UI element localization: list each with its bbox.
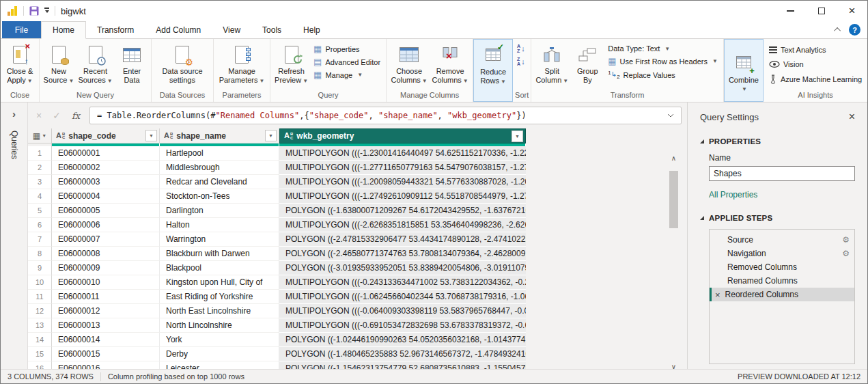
cell-shape-name[interactable]: Blackpool <box>160 261 279 275</box>
cell-shape-code[interactable]: E06000005 <box>52 204 160 218</box>
tab-tools[interactable]: Tools <box>251 21 292 38</box>
cell-wkb-geometry[interactable]: POLYGON ((-1.480465235883 52.96731465673… <box>279 347 526 361</box>
applied-step-reordered-columns[interactable]: ×Reordered Columns <box>710 288 854 301</box>
properties-button[interactable]: ▦Properties <box>313 44 380 53</box>
cell-shape-name[interactable]: Blackburn with Darwen <box>160 247 279 261</box>
cell-shape-name[interactable]: Derby <box>160 347 279 361</box>
cell-wkb-geometry[interactable]: MULTIPOLYGON (((-0.691053472832698 53.67… <box>279 318 526 333</box>
close-panel-icon[interactable]: × <box>849 111 855 123</box>
cell-shape-code[interactable]: E06000008 <box>52 247 160 261</box>
tab-file[interactable]: File <box>2 21 41 38</box>
row-number[interactable]: 13 <box>28 318 52 333</box>
cell-shape-code[interactable]: E06000011 <box>52 290 160 304</box>
choose-columns-button[interactable]: Choose Columns▼ <box>389 40 430 85</box>
cell-shape-code[interactable]: E06000006 <box>52 218 160 232</box>
maximize-button[interactable] <box>806 1 837 21</box>
column-header-shape-code[interactable]: ABC shape_code ▼ <box>52 128 160 143</box>
remove-columns-button[interactable]: × Remove Columns▼ <box>430 40 471 85</box>
applied-step-navigation[interactable]: Navigation⚙ <box>710 247 854 260</box>
data-type-button[interactable]: Data Type: Text▼ <box>608 44 718 53</box>
query-name-input[interactable] <box>709 166 855 181</box>
cell-wkb-geometry[interactable]: MULTIPOLYGON (((-0.064009303398119 53.58… <box>279 304 526 318</box>
cell-shape-code[interactable]: E06000001 <box>52 146 160 161</box>
cell-shape-code[interactable]: E06000015 <box>52 347 160 361</box>
column-header-shape-name[interactable]: ABC shape_name ▼ <box>160 128 279 143</box>
text-analytics-button[interactable]: Text Analytics <box>769 46 862 54</box>
tab-add-column[interactable]: Add Column <box>145 21 212 38</box>
row-number[interactable]: 5 <box>28 204 52 218</box>
cell-shape-code[interactable]: E06000003 <box>52 175 160 189</box>
sort-ascending-button[interactable]: AZ↓ <box>517 44 525 53</box>
window-close-button[interactable]: × <box>837 1 867 21</box>
delete-step-icon[interactable]: × <box>715 290 720 300</box>
help-button[interactable]: ? <box>849 24 860 36</box>
cell-shape-code[interactable]: E06000009 <box>52 261 160 275</box>
expand-queries-pane-icon[interactable]: › <box>1 102 27 120</box>
replace-values-button[interactable]: 1↳2Replace Values <box>608 70 718 80</box>
text-type-icon[interactable]: ABC <box>284 132 293 140</box>
enter-data-button[interactable]: Enter Data <box>115 40 149 85</box>
row-number[interactable]: 8 <box>28 247 52 261</box>
filter-button[interactable]: ▼ <box>265 130 277 141</box>
cell-shape-code[interactable]: E06000014 <box>52 333 160 347</box>
row-number[interactable]: 11 <box>28 290 52 304</box>
applied-steps-section-header[interactable]: APPLIED STEPS <box>700 214 855 222</box>
row-number[interactable]: 3 <box>28 175 52 189</box>
cell-wkb-geometry[interactable]: MULTIPOLYGON (((-1.27492610909112 54.551… <box>279 189 526 204</box>
cell-shape-code[interactable]: E06000007 <box>52 232 160 247</box>
new-source-button[interactable]: New Source▼ <box>42 40 76 85</box>
cell-shape-code[interactable]: E06000002 <box>52 161 160 175</box>
cancel-formula-icon[interactable]: × <box>36 110 42 121</box>
group-by-button[interactable]: Group By <box>570 40 604 85</box>
vertical-scrollbar[interactable]: ∧ ∨ <box>669 154 679 361</box>
split-column-button[interactable]: Split Column▼ <box>533 40 570 85</box>
cell-shape-name[interactable]: East Riding of Yorkshire <box>160 290 279 304</box>
cell-shape-code[interactable]: E06000013 <box>52 318 160 333</box>
column-header-wkb-geometry[interactable]: ABC wkb_geometry ▼ <box>279 128 526 143</box>
cell-wkb-geometry[interactable]: POLYGON ((-3.01935933952051 53.838942005… <box>279 261 526 275</box>
save-icon[interactable] <box>29 6 39 16</box>
row-number[interactable]: 6 <box>28 218 52 232</box>
commit-formula-icon[interactable]: ✓ <box>53 110 61 121</box>
cell-wkb-geometry[interactable]: MULTIPOLYGON (((-1.27711650779163 54.547… <box>279 161 526 175</box>
cell-shape-name[interactable]: Hartlepool <box>160 146 279 161</box>
row-number[interactable]: 12 <box>28 304 52 318</box>
use-first-row-as-headers-button[interactable]: ▦Use First Row as Headers▼ <box>608 57 718 66</box>
combine-button[interactable]: + Combine ▼ <box>727 49 761 94</box>
cell-shape-name[interactable]: Warrington <box>160 232 279 247</box>
cell-wkb-geometry[interactable]: POLYGON ((-1.63800071209267 54.617204342… <box>279 204 526 218</box>
cell-shape-code[interactable]: E06000004 <box>52 189 160 204</box>
reduce-rows-button[interactable]: ✓ Reduce Rows▼ <box>476 41 510 86</box>
filter-button[interactable]: ▼ <box>512 131 523 142</box>
cell-shape-name[interactable]: Middlesbrough <box>160 161 279 175</box>
cell-shape-name[interactable]: Stockton-on-Tees <box>160 189 279 204</box>
formula-input[interactable]: = Table.ReorderColumns(#"Renamed Columns… <box>89 107 682 124</box>
filter-button[interactable]: ▼ <box>145 130 157 141</box>
cell-wkb-geometry[interactable]: POLYGON ((-1.02446190990263 54.052035603… <box>279 333 526 347</box>
table-select-all-button[interactable]: ▦▼ <box>28 128 52 143</box>
row-number[interactable]: 15 <box>28 347 52 361</box>
cell-wkb-geometry[interactable]: POLYGON ((-2.47815332906477 53.443417489… <box>279 232 526 247</box>
quick-access-dropdown-icon[interactable] <box>44 8 49 15</box>
refresh-preview-button[interactable]: Refresh Preview▼ <box>272 40 310 85</box>
properties-section-header[interactable]: PROPERTIES <box>700 137 855 146</box>
tab-view[interactable]: View <box>212 21 251 38</box>
tab-help[interactable]: Help <box>292 21 331 38</box>
azure-machine-learning-button[interactable]: Azure Machine Learning <box>769 74 862 84</box>
tab-home[interactable]: Home <box>41 21 86 39</box>
row-number[interactable]: 7 <box>28 232 52 247</box>
vision-button[interactable]: Vision <box>769 60 862 68</box>
queries-pane-label[interactable]: Queries <box>10 131 19 159</box>
row-number[interactable]: 1 <box>28 146 52 161</box>
scrollbar-thumb[interactable] <box>669 171 678 228</box>
cell-shape-name[interactable]: York <box>160 333 279 347</box>
cell-shape-name[interactable]: Redcar and Cleveland <box>160 175 279 189</box>
cell-shape-name[interactable]: Kingston upon Hull, City of <box>160 275 279 290</box>
cell-shape-code[interactable]: E06000012 <box>52 304 160 318</box>
data-source-settings-button[interactable]: ⚙ Data source settings <box>154 40 211 85</box>
expand-formula-bar-icon[interactable] <box>667 113 674 118</box>
tab-transform[interactable]: Transform <box>86 21 145 38</box>
collapse-ribbon-icon[interactable] <box>834 27 841 34</box>
row-number[interactable]: 2 <box>28 161 52 175</box>
applied-step-renamed-columns[interactable]: Renamed Columns <box>710 274 854 288</box>
